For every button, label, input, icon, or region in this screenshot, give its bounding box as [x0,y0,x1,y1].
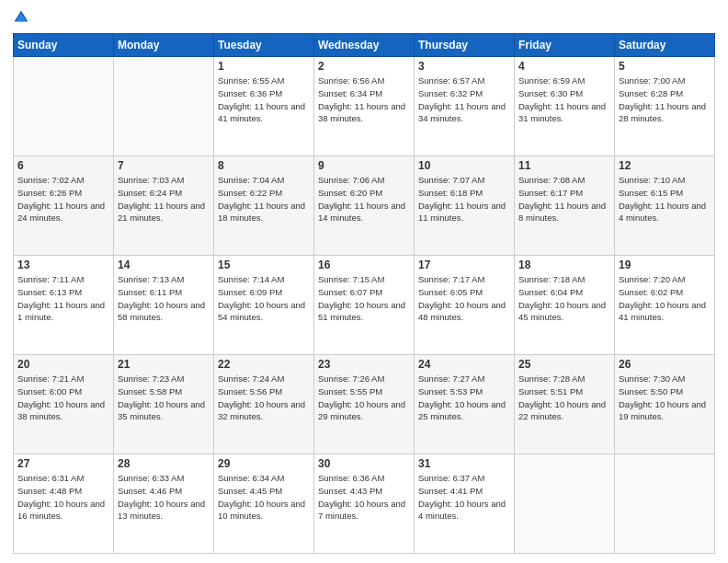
day-info: Sunrise: 7:15 AM Sunset: 6:07 PM Dayligh… [318,273,410,324]
week-row-1: 1Sunrise: 6:55 AM Sunset: 6:36 PM Daylig… [14,57,715,156]
day-number: 5 [619,60,711,73]
day-cell: 20Sunrise: 7:21 AM Sunset: 6:00 PM Dayli… [14,355,114,454]
day-cell: 7Sunrise: 7:03 AM Sunset: 6:24 PM Daylig… [114,156,214,256]
day-cell [615,454,715,554]
day-cell: 10Sunrise: 7:07 AM Sunset: 6:18 PM Dayli… [415,156,515,256]
day-cell: 24Sunrise: 7:27 AM Sunset: 5:53 PM Dayli… [415,355,515,454]
day-cell: 19Sunrise: 7:20 AM Sunset: 6:02 PM Dayli… [615,256,715,355]
day-cell: 26Sunrise: 7:30 AM Sunset: 5:50 PM Dayli… [615,355,715,454]
week-row-5: 27Sunrise: 6:31 AM Sunset: 4:48 PM Dayli… [14,454,715,554]
day-info: Sunrise: 7:28 AM Sunset: 5:51 PM Dayligh… [518,373,610,423]
day-info: Sunrise: 6:56 AM Sunset: 6:34 PM Dayligh… [318,75,410,125]
weekday-header-saturday: Saturday [615,34,715,57]
day-info: Sunrise: 7:11 AM Sunset: 6:13 PM Dayligh… [17,273,109,324]
day-number: 31 [418,457,510,470]
day-number: 24 [418,358,510,371]
day-cell [114,57,214,156]
day-info: Sunrise: 7:03 AM Sunset: 6:24 PM Dayligh… [118,174,210,224]
day-info: Sunrise: 7:00 AM Sunset: 6:28 PM Dayligh… [619,75,711,125]
weekday-header-sunday: Sunday [14,34,114,57]
day-info: Sunrise: 6:37 AM Sunset: 4:41 PM Dayligh… [418,472,510,523]
week-row-4: 20Sunrise: 7:21 AM Sunset: 6:00 PM Dayli… [14,355,715,454]
day-info: Sunrise: 7:14 AM Sunset: 6:09 PM Dayligh… [218,273,310,324]
calendar-table: SundayMondayTuesdayWednesdayThursdayFrid… [13,33,715,554]
day-cell: 30Sunrise: 6:36 AM Sunset: 4:43 PM Dayli… [314,454,415,554]
day-cell: 13Sunrise: 7:11 AM Sunset: 6:13 PM Dayli… [14,256,114,355]
day-info: Sunrise: 7:13 AM Sunset: 6:11 PM Dayligh… [118,273,210,324]
day-number: 23 [318,358,410,371]
logo-icon [13,9,29,26]
day-info: Sunrise: 6:57 AM Sunset: 6:32 PM Dayligh… [418,75,510,125]
day-cell: 8Sunrise: 7:04 AM Sunset: 6:22 PM Daylig… [214,156,314,256]
day-cell: 6Sunrise: 7:02 AM Sunset: 6:26 PM Daylig… [14,156,114,256]
day-number: 20 [17,358,109,371]
day-info: Sunrise: 7:27 AM Sunset: 5:53 PM Dayligh… [418,373,510,423]
day-number: 2 [318,60,410,73]
day-number: 7 [118,159,210,172]
day-cell: 12Sunrise: 7:10 AM Sunset: 6:15 PM Dayli… [615,156,715,256]
day-cell: 2Sunrise: 6:56 AM Sunset: 6:34 PM Daylig… [314,57,415,156]
logo [13,9,31,26]
day-cell: 29Sunrise: 6:34 AM Sunset: 4:45 PM Dayli… [214,454,314,554]
day-info: Sunrise: 6:33 AM Sunset: 4:46 PM Dayligh… [118,472,210,523]
day-info: Sunrise: 7:30 AM Sunset: 5:50 PM Dayligh… [619,373,711,423]
day-info: Sunrise: 6:59 AM Sunset: 6:30 PM Dayligh… [518,75,610,125]
week-row-3: 13Sunrise: 7:11 AM Sunset: 6:13 PM Dayli… [14,256,715,355]
day-cell: 28Sunrise: 6:33 AM Sunset: 4:46 PM Dayli… [114,454,214,554]
day-info: Sunrise: 6:31 AM Sunset: 4:48 PM Dayligh… [17,472,109,523]
weekday-header-row: SundayMondayTuesdayWednesdayThursdayFrid… [14,34,715,57]
day-info: Sunrise: 7:02 AM Sunset: 6:26 PM Dayligh… [17,174,109,224]
day-info: Sunrise: 6:55 AM Sunset: 6:36 PM Dayligh… [218,75,310,125]
day-number: 6 [17,159,109,172]
day-cell: 16Sunrise: 7:15 AM Sunset: 6:07 PM Dayli… [314,256,415,355]
day-number: 15 [218,259,310,271]
day-number: 10 [418,159,510,172]
weekday-header-monday: Monday [114,34,214,57]
day-cell: 4Sunrise: 6:59 AM Sunset: 6:30 PM Daylig… [515,57,615,156]
day-cell: 17Sunrise: 7:17 AM Sunset: 6:05 PM Dayli… [415,256,515,355]
day-cell: 5Sunrise: 7:00 AM Sunset: 6:28 PM Daylig… [615,57,715,156]
day-cell: 21Sunrise: 7:23 AM Sunset: 5:58 PM Dayli… [114,355,214,454]
day-number: 21 [118,358,210,371]
day-cell: 22Sunrise: 7:24 AM Sunset: 5:56 PM Dayli… [214,355,314,454]
day-info: Sunrise: 7:20 AM Sunset: 6:02 PM Dayligh… [619,273,711,324]
weekday-header-thursday: Thursday [415,34,515,57]
day-cell: 1Sunrise: 6:55 AM Sunset: 6:36 PM Daylig… [214,57,314,156]
day-info: Sunrise: 7:08 AM Sunset: 6:17 PM Dayligh… [518,174,610,224]
day-number: 11 [518,159,610,172]
day-info: Sunrise: 7:21 AM Sunset: 6:00 PM Dayligh… [17,373,109,423]
day-cell [515,454,615,554]
day-number: 19 [619,259,711,271]
day-info: Sunrise: 7:23 AM Sunset: 5:58 PM Dayligh… [118,373,210,423]
day-info: Sunrise: 7:10 AM Sunset: 6:15 PM Dayligh… [619,174,711,224]
day-number: 25 [518,358,610,371]
day-info: Sunrise: 6:34 AM Sunset: 4:45 PM Dayligh… [218,472,310,523]
day-cell: 27Sunrise: 6:31 AM Sunset: 4:48 PM Dayli… [14,454,114,554]
day-number: 18 [518,259,610,271]
day-cell [14,57,114,156]
day-cell: 23Sunrise: 7:26 AM Sunset: 5:55 PM Dayli… [314,355,415,454]
day-info: Sunrise: 7:17 AM Sunset: 6:05 PM Dayligh… [418,273,510,324]
day-info: Sunrise: 6:36 AM Sunset: 4:43 PM Dayligh… [318,472,410,523]
day-number: 16 [318,259,410,271]
day-info: Sunrise: 7:18 AM Sunset: 6:04 PM Dayligh… [518,273,610,324]
day-cell: 11Sunrise: 7:08 AM Sunset: 6:17 PM Dayli… [515,156,615,256]
day-info: Sunrise: 7:24 AM Sunset: 5:56 PM Dayligh… [218,373,310,423]
weekday-header-wednesday: Wednesday [314,34,415,57]
day-cell: 3Sunrise: 6:57 AM Sunset: 6:32 PM Daylig… [415,57,515,156]
day-number: 26 [619,358,711,371]
day-cell: 31Sunrise: 6:37 AM Sunset: 4:41 PM Dayli… [415,454,515,554]
day-number: 17 [418,259,510,271]
week-row-2: 6Sunrise: 7:02 AM Sunset: 6:26 PM Daylig… [14,156,715,256]
day-number: 8 [218,159,310,172]
day-number: 12 [619,159,711,172]
day-number: 27 [17,457,109,470]
day-cell: 9Sunrise: 7:06 AM Sunset: 6:20 PM Daylig… [314,156,415,256]
day-number: 3 [418,60,510,73]
day-info: Sunrise: 7:04 AM Sunset: 6:22 PM Dayligh… [218,174,310,224]
day-number: 14 [118,259,210,271]
day-number: 30 [318,457,410,470]
day-number: 4 [518,60,610,73]
day-cell: 14Sunrise: 7:13 AM Sunset: 6:11 PM Dayli… [114,256,214,355]
day-number: 29 [218,457,310,470]
